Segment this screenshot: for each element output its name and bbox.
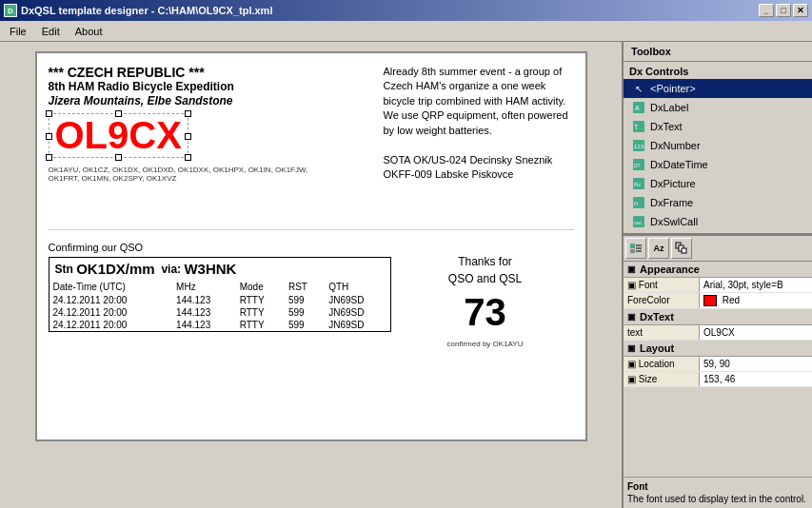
col-mhz: MHz xyxy=(172,280,236,294)
color-swatch-red xyxy=(703,295,717,306)
menu-file[interactable]: File xyxy=(2,24,34,39)
dxframe-icon: Fr xyxy=(631,195,646,210)
props-toolbar: Az xyxy=(624,236,812,262)
dx-controls-section: Dx Controls ↖ <Pointer> A DxLabel T DxTe… xyxy=(624,62,812,234)
props-sort-category[interactable] xyxy=(625,238,646,259)
qsl-design-area[interactable]: *** CZECH REPUBLIC *** 8th HAM Radio Bic… xyxy=(0,42,622,508)
log-via-call: W3HNK xyxy=(184,261,236,277)
help-description: The font used to display text in the con… xyxy=(627,494,808,504)
svg-rect-21 xyxy=(682,248,686,253)
font-expand-icon[interactable]: ▣ xyxy=(627,280,636,290)
prop-size-row: ▣ Size 153, 46 xyxy=(624,372,812,387)
title-bar: D DxQSL template designer - C:\HAM\OL9CX… xyxy=(0,0,812,21)
qsl-log-table: Stn OK1DX/mm via: W3HNK Date-Time (UTC) xyxy=(49,257,391,332)
props-pages[interactable] xyxy=(671,238,692,259)
handle-tr[interactable] xyxy=(185,110,191,117)
pointer-icon: ↖ xyxy=(631,81,646,96)
dxframe-label: DxFrame xyxy=(650,197,693,208)
prop-font-value[interactable]: Arial, 30pt, style=B xyxy=(700,278,812,292)
table-row: 24.12.2011 20:00144.123RTTY599JN69SD xyxy=(50,306,390,319)
tool-dxtext[interactable]: T DxText xyxy=(624,117,812,136)
prop-font-name: ▣ Font xyxy=(624,278,700,292)
section-appearance[interactable]: ▣ Appearance xyxy=(624,262,812,278)
qsl-card: *** CZECH REPUBLIC *** 8th HAM Radio Bic… xyxy=(35,51,587,441)
section-dxtext[interactable]: ▣ DxText xyxy=(624,309,812,325)
log-stn-label: Stn xyxy=(55,263,73,276)
tool-dxdatetime[interactable]: DT DxDateTime xyxy=(624,155,812,174)
help-section: Font The font used to display text in th… xyxy=(624,477,812,508)
prop-size-value[interactable]: 153, 46 xyxy=(700,372,812,386)
qsl-mountains-title: Jizera Mountains, Elbe Sandstone xyxy=(49,94,334,107)
location-expand-icon[interactable]: ▣ xyxy=(627,359,636,369)
dxpicture-icon: Pic xyxy=(631,176,646,191)
dxnumber-icon: 123 xyxy=(631,138,646,153)
prop-forecolor-value[interactable]: Red xyxy=(700,293,812,308)
prop-forecolor-row: ForeColor Red xyxy=(624,293,812,309)
tool-dxframe[interactable]: Fr DxFrame xyxy=(624,193,812,212)
tool-pointer[interactable]: ↖ <Pointer> xyxy=(624,79,812,98)
window-title: DxQSL template designer - C:\HAM\OL9CX_t… xyxy=(21,5,272,16)
qsl-description-text: Already 8th summer event - a group of Cz… xyxy=(384,65,574,138)
dxlabel-icon: A xyxy=(631,100,646,115)
handle-bm[interactable] xyxy=(115,154,122,161)
close-button[interactable]: ✕ xyxy=(793,4,808,17)
menu-bar: File Edit About xyxy=(0,21,812,42)
minimize-button[interactable]: _ xyxy=(759,4,774,17)
log-data-table: Date-Time (UTC) MHz Mode RST QTH 24.12.2… xyxy=(50,280,390,331)
dxtext-label: DxText xyxy=(650,121,683,132)
pointer-label: <Pointer> xyxy=(650,83,696,94)
menu-edit[interactable]: Edit xyxy=(34,24,68,39)
tool-dxnumber[interactable]: 123 DxNumber xyxy=(624,136,812,155)
forecolor-text: Red xyxy=(723,295,740,305)
tool-dxpicture[interactable]: Pic DxPicture xyxy=(624,174,812,193)
log-callsign: OK1DX/mm xyxy=(76,261,155,277)
svg-rect-14 xyxy=(630,244,635,248)
menu-about[interactable]: About xyxy=(68,24,110,39)
svg-text:DT: DT xyxy=(634,163,641,168)
size-expand-icon[interactable]: ▣ xyxy=(627,374,636,384)
qsl-confirming-label: Confirming our QSO xyxy=(49,242,406,253)
prop-text-name: text xyxy=(624,325,700,340)
toolbox-panel: Toolbox Dx Controls ↖ <Pointer> A DxLabe… xyxy=(622,42,812,508)
svg-text:Fr: Fr xyxy=(634,201,639,206)
col-mode: Mode xyxy=(236,280,285,294)
qsl-thanks-section: Thanks for QSO and QSL xyxy=(414,253,557,287)
dx-controls-header: Dx Controls xyxy=(624,64,812,79)
expand-appearance-icon: ▣ xyxy=(627,264,636,274)
dxswlcall-label: DxSwlCall xyxy=(650,216,698,227)
col-datetime: Date-Time (UTC) xyxy=(50,280,173,294)
prop-location-row: ▣ Location 59, 90 xyxy=(624,357,812,372)
section-dxtext-label: DxText xyxy=(640,311,674,322)
prop-text-row: text OL9CX xyxy=(624,325,812,341)
qsl-sota-line2: OKFF-009 Labske Piskovce xyxy=(384,167,574,182)
dxnumber-label: DxNumber xyxy=(650,140,701,151)
prop-size-name: ▣ Size xyxy=(624,372,700,386)
qsl-thanks-line2: QSO and QSL xyxy=(414,270,557,287)
prop-location-name: ▣ Location xyxy=(624,357,700,371)
properties-panel: Az ▣ Appearance ▣ Font Ar xyxy=(624,234,812,508)
prop-location-value[interactable]: 59, 90 xyxy=(700,357,812,371)
section-layout[interactable]: ▣ Layout xyxy=(624,341,812,357)
qsl-thanks-line1: Thanks for xyxy=(414,253,557,270)
dxlabel-label: DxLabel xyxy=(650,102,688,113)
dxtext-icon: T xyxy=(631,119,646,134)
tool-dxlabel[interactable]: A DxLabel xyxy=(624,98,812,117)
maximize-button[interactable]: □ xyxy=(776,4,791,17)
handle-tl[interactable] xyxy=(46,110,52,117)
svg-text:A: A xyxy=(635,105,640,111)
handle-bl[interactable] xyxy=(46,154,52,161)
handle-tm[interactable] xyxy=(115,110,122,117)
prop-forecolor-name: ForeColor xyxy=(624,293,700,308)
prop-text-value[interactable]: OL9CX xyxy=(700,325,812,340)
tool-dxswlcall[interactable]: SWL DxSwlCall xyxy=(624,212,812,231)
toolbox-title: Toolbox xyxy=(624,42,812,62)
props-sort-alpha[interactable]: Az xyxy=(648,238,669,259)
expand-layout-icon: ▣ xyxy=(627,343,636,353)
handle-ml[interactable] xyxy=(46,133,52,140)
dxdatetime-icon: DT xyxy=(631,157,646,172)
app-icon: D xyxy=(4,4,17,17)
qsl-callsign[interactable]: OL9CX xyxy=(50,114,188,157)
handle-mr[interactable] xyxy=(185,133,191,140)
handle-br[interactable] xyxy=(185,154,191,161)
log-via-label: via: xyxy=(161,263,181,276)
